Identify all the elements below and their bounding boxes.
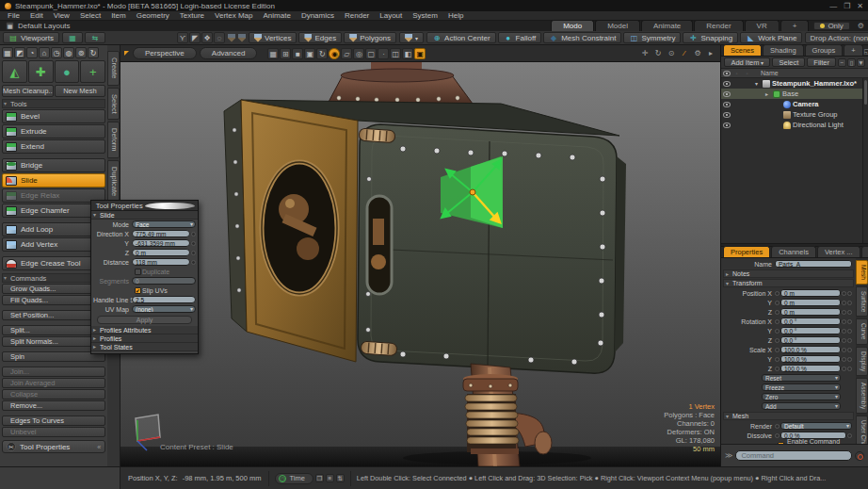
minus-icon[interactable]: −: [838, 58, 846, 67]
layout-tab[interactable]: Model: [595, 20, 640, 31]
handle-line-size-field[interactable]: 2.5: [132, 296, 196, 303]
transform-value-field[interactable]: 100.0 %: [780, 365, 841, 372]
properties-vertical-tab[interactable]: Surface: [856, 286, 868, 317]
split-view-icon[interactable]: ◧: [402, 48, 413, 59]
minimize-button[interactable]: —: [829, 2, 837, 10]
menu-item[interactable]: Animate: [264, 11, 291, 20]
drop-action-dropdown[interactable]: Drop Action: (none): [805, 32, 868, 43]
channel-dot-icon[interactable]: [847, 329, 852, 334]
popup-pin-icon[interactable]: [145, 203, 196, 209]
collapsed-section-header[interactable]: Profiles: [91, 334, 198, 343]
transform-action-dropdown[interactable]: Freeze: [762, 383, 841, 391]
work-plane-button[interactable]: ◣Work Plane: [740, 32, 802, 43]
solid-shade-icon[interactable]: ■: [292, 48, 303, 59]
scene-item-row[interactable]: ▸ Base: [721, 89, 868, 99]
tools-section-header[interactable]: Tools: [2, 99, 105, 108]
default-layouts-label[interactable]: Default Layouts: [18, 22, 71, 30]
pen-icon[interactable]: ◔: [26, 47, 38, 58]
filter-funnel-icon[interactable]: ▼: [857, 58, 865, 67]
visibility-eye-icon[interactable]: [723, 112, 731, 118]
command-button[interactable]: Join Averaged: [2, 378, 105, 388]
channel-dot-icon[interactable]: [775, 301, 780, 305]
magnify-icon[interactable]: ⊚: [75, 47, 87, 58]
properties-vertical-tab[interactable]: Assembly: [856, 378, 868, 414]
visibility-eye-icon[interactable]: [723, 81, 731, 87]
menu-item[interactable]: Vertex Map: [215, 11, 252, 20]
direction-x-field[interactable]: 775.49 mm: [132, 230, 190, 237]
expand-arrow-icon[interactable]: ▾: [755, 80, 761, 87]
viewport-corner-icon[interactable]: [124, 51, 129, 56]
channel-dot-icon[interactable]: [775, 424, 780, 429]
transform-value-field[interactable]: 0 m: [780, 308, 841, 316]
channel-dot-icon[interactable]: [842, 329, 846, 334]
channel-dot-icon[interactable]: [775, 433, 780, 438]
filter-button[interactable]: Filter: [807, 57, 836, 67]
time-icon[interactable]: ◷: [51, 47, 62, 58]
shading-style-dropdown[interactable]: Advanced: [200, 47, 258, 59]
channel-dot-icon[interactable]: [775, 319, 780, 324]
properties-tab[interactable]: Properties: [723, 246, 770, 257]
pop-out-icon[interactable]: ◱: [864, 48, 868, 56]
tool-properties-button[interactable]: ✂ Tool Properties «: [2, 440, 105, 453]
layout-tab[interactable]: +: [780, 20, 810, 31]
tool-button[interactable]: Extend: [2, 139, 105, 154]
transform-value-field[interactable]: 100.0 %: [780, 346, 841, 353]
channel-dot-icon[interactable]: [842, 367, 846, 371]
layout-tab[interactable]: VR: [745, 20, 780, 31]
channel-dot-icon[interactable]: [775, 329, 780, 334]
channel-dot-icon[interactable]: [842, 301, 846, 305]
slide-section-header[interactable]: Slide: [91, 211, 198, 220]
active-viewport-icon[interactable]: ▣: [414, 48, 426, 59]
3d-viewport[interactable]: Perspective Advanced ▦⊞■▣↻◉▱◎▢∙◫◧▣ ✛↻⊙⁄⚙…: [121, 45, 720, 466]
new-mesh-button[interactable]: New Mesh: [55, 85, 106, 97]
menu-item[interactable]: Edit: [30, 11, 43, 20]
visibility-eye-icon[interactable]: [723, 91, 731, 97]
sphere-tool-icon[interactable]: ●: [55, 60, 80, 83]
menu-item[interactable]: Dynamics: [301, 11, 334, 20]
ghost-shield-icon[interactable]: [238, 34, 246, 42]
menu-item[interactable]: File: [8, 11, 20, 20]
mesh-tab-icon[interactable]: ▦: [2, 47, 13, 58]
command-button[interactable]: Collapse: [2, 389, 105, 399]
mesh-constraint-button[interactable]: ◆Mesh Constraint: [543, 32, 621, 43]
scene-item-row[interactable]: Texture Group: [721, 109, 868, 120]
copy-range-icon[interactable]: ❐: [315, 474, 324, 482]
mesh-cleanup-button[interactable]: Mesh Cleanup...: [2, 85, 54, 97]
action-center-button[interactable]: ⊕Action Center: [426, 32, 495, 43]
layouts-icon[interactable]: ▦: [6, 22, 14, 30]
duplicate-checkbox[interactable]: [135, 269, 141, 275]
mesh-section-header[interactable]: Mesh: [723, 412, 854, 420]
mode-dropdown[interactable]: Face: [132, 220, 196, 228]
close-button[interactable]: ✕: [857, 2, 863, 10]
channel-dot-icon[interactable]: [191, 232, 196, 236]
command-button[interactable]: Remove...: [2, 400, 105, 411]
steampunk-hammer-model[interactable]: [121, 62, 720, 466]
name-field[interactable]: Parts_A: [775, 260, 852, 268]
channel-dot-icon[interactable]: [842, 291, 846, 296]
command-button[interactable]: Join...: [2, 367, 105, 377]
visibility-eye-icon[interactable]: [723, 102, 731, 107]
expand-arrow-icon[interactable]: ▸: [765, 90, 771, 97]
menu-item[interactable]: View: [54, 11, 70, 20]
channel-dot-icon[interactable]: [847, 367, 852, 371]
transform-value-field[interactable]: 0 m: [780, 289, 841, 297]
transform-value-field[interactable]: 0 m: [780, 299, 841, 306]
transform-action-dropdown[interactable]: Zero: [762, 393, 841, 400]
channel-dot-icon[interactable]: [847, 348, 852, 352]
select-button[interactable]: Select: [772, 57, 805, 67]
scene-item-row[interactable]: ▾ Steampunk_Hammer.lxo*: [721, 78, 868, 89]
channel-dot-icon[interactable]: [842, 348, 846, 352]
channel-dot-icon[interactable]: [847, 301, 852, 305]
sort-icon[interactable]: ⇅: [336, 474, 345, 482]
menu-item[interactable]: Item: [111, 11, 126, 20]
vertex-points-icon[interactable]: ∙: [378, 48, 389, 59]
wireframe-icon[interactable]: ▦: [267, 48, 279, 59]
view-type-dropdown[interactable]: Perspective: [133, 47, 197, 59]
tool-button[interactable]: Extrude: [2, 124, 105, 139]
mode-polygons[interactable]: Polygons: [344, 32, 396, 43]
layout-tab[interactable]: Animate: [641, 20, 693, 31]
key-icon[interactable]: ⁄: [679, 48, 690, 59]
scene-item-row[interactable]: Camera: [721, 99, 868, 109]
apply-button[interactable]: Apply: [97, 316, 192, 324]
sidebar-vertical-tab[interactable]: Deform: [107, 122, 120, 158]
